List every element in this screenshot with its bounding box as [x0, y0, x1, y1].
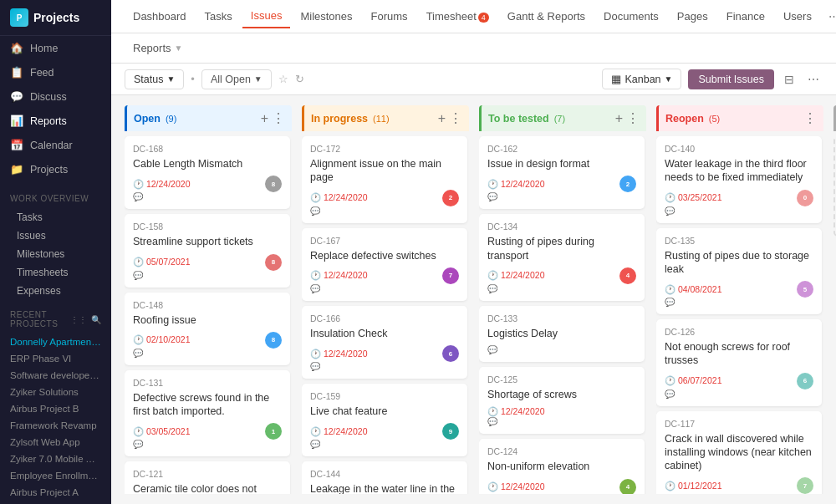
- card-avatar: 8: [265, 176, 282, 192]
- add-card-icon[interactable]: +: [261, 111, 268, 126]
- nav-item-pages[interactable]: Pages: [669, 5, 716, 28]
- card-id: DC-168: [133, 144, 282, 154]
- refresh-icon[interactable]: ↻: [295, 73, 304, 85]
- submit-issues-button[interactable]: Submit Issues: [688, 69, 774, 89]
- work-item-issues[interactable]: Issues: [0, 227, 111, 245]
- more-nav-icon[interactable]: ⋯: [822, 7, 836, 26]
- card-meta: 💬: [310, 440, 459, 449]
- main-content: DashboardTasksIssuesMilestonesForumsTime…: [111, 0, 836, 504]
- kanban-view-button[interactable]: ▦ Kanban ▼: [602, 69, 681, 89]
- recent-project-item[interactable]: Employee Enrollment: [0, 467, 111, 484]
- recent-project-item[interactable]: Software developers re: [0, 367, 111, 384]
- nav-item-forums[interactable]: Forums: [363, 5, 416, 28]
- nav-item-timesheet[interactable]: Timesheet4: [418, 5, 497, 28]
- comment-icon: 💬: [133, 192, 143, 201]
- card-item[interactable]: DC-140 Water leakage in the third floor …: [656, 136, 822, 223]
- sidebar-item-discuss[interactable]: 💬Discuss: [0, 84, 111, 109]
- work-item-milestones[interactable]: Milestones: [0, 245, 111, 263]
- card-title: Cable Length Mismatch: [133, 157, 282, 171]
- card-footer: 🕐 12/24/2020 4: [487, 267, 636, 284]
- comment-icon: 💬: [310, 284, 320, 293]
- recent-project-item[interactable]: Airbus Project A: [0, 484, 111, 501]
- recent-project-item[interactable]: Zyiker Solutions: [0, 384, 111, 400]
- work-item-tasks[interactable]: Tasks: [0, 208, 111, 227]
- sidebar-item-home[interactable]: 🏠Home: [0, 36, 111, 60]
- card-item[interactable]: DC-126 Not enough screws for roof trusse…: [656, 319, 822, 406]
- card-item[interactable]: DC-158 Streamline support tickets 🕐 05/0…: [125, 214, 290, 287]
- card-date: 🕐 12/24/2020: [487, 406, 544, 417]
- sidebar-item-feed[interactable]: 📋Feed: [0, 60, 111, 84]
- card-item[interactable]: DC-167 Replace defective switches 🕐 12/2…: [302, 228, 467, 301]
- card-footer: 🕐 12/24/2020 8: [133, 176, 282, 192]
- all-open-filter-button[interactable]: All Open ▼: [201, 69, 272, 89]
- card-item[interactable]: DC-117 Crack in wall discovered while in…: [656, 411, 822, 495]
- card-item[interactable]: DC-133 Logistics Delay 💬: [479, 306, 645, 362]
- add-card-icon[interactable]: +: [438, 111, 446, 126]
- recent-project-item[interactable]: ERP Phase: [0, 501, 111, 504]
- card-item[interactable]: DC-166 Insulation Check 🕐 12/24/2020 6 💬: [302, 306, 467, 379]
- card-item[interactable]: DC-168 Cable Length Mismatch 🕐 12/24/202…: [125, 136, 290, 209]
- work-item-timesheets[interactable]: Timesheets: [0, 263, 111, 282]
- recent-project-item[interactable]: Zyiker 7.0 Mobile App: [0, 451, 111, 467]
- card-title: Non-uniform elevation: [487, 460, 636, 473]
- card-title: Shortage of screws: [487, 388, 636, 401]
- card-meta: 💬: [665, 389, 813, 399]
- nav-item-gantt---reports[interactable]: Gantt & Reports: [499, 5, 594, 28]
- card-id: DC-125: [487, 374, 636, 384]
- card-item[interactable]: DC-121 Ceramic tile color does not match…: [125, 461, 290, 494]
- nav-item-tasks[interactable]: Tasks: [196, 5, 241, 28]
- card-id: DC-159: [310, 391, 459, 401]
- column-count-open: (9): [166, 114, 176, 124]
- sidebar-item-reports[interactable]: 📊Reports: [0, 109, 111, 133]
- card-item[interactable]: DC-131 Defective screws found in the fir…: [125, 370, 290, 457]
- sidebar-item-projects[interactable]: 📁Projects: [0, 157, 111, 181]
- card-footer: 🕐 12/24/2020 9: [310, 423, 459, 440]
- filter-icon[interactable]: ⊟: [781, 69, 798, 89]
- card-item[interactable]: DC-162 Issue in design format 🕐 12/24/20…: [479, 136, 645, 209]
- card-item[interactable]: DC-148 Roofing issue 🕐 02/10/2021 8 💬: [125, 293, 290, 365]
- card-item[interactable]: DC-144 Leakage in the water line in the …: [302, 461, 467, 494]
- recent-project-item[interactable]: Framework Revamp: [0, 417, 111, 434]
- nav-item-dashboard[interactable]: Dashboard: [125, 5, 195, 28]
- card-item[interactable]: DC-124 Non-uniform elevation 🕐 12/24/202…: [479, 439, 645, 494]
- search-icon[interactable]: 🔍: [91, 315, 102, 324]
- star-icon[interactable]: ☆: [278, 73, 288, 85]
- card-item[interactable]: DC-159 Live chat feature 🕐 12/24/2020 9 …: [302, 384, 467, 456]
- card-footer: 🕐 12/24/2020 2: [310, 190, 459, 206]
- recent-project-item[interactable]: Donnelly Apartments C: [0, 333, 111, 350]
- card-avatar: 2: [442, 190, 459, 206]
- nav-item-documents[interactable]: Documents: [595, 5, 667, 28]
- card-item[interactable]: DC-134 Rusting of pipes during transport…: [479, 214, 645, 301]
- card-date: 🕐 06/07/2021: [665, 375, 721, 386]
- comment-icon: 💬: [487, 192, 497, 201]
- sidebar-label-feed: Feed: [30, 67, 54, 79]
- card-item[interactable]: DC-172 Alignment issue on the main page …: [302, 136, 467, 223]
- recent-project-item[interactable]: Zylsoft Web App: [0, 434, 111, 451]
- card-date: 🕐 12/24/2020: [487, 481, 544, 492]
- column-menu-icon[interactable]: ⋮: [449, 110, 462, 126]
- column-menu-icon[interactable]: ⋮: [626, 110, 640, 126]
- card-item[interactable]: DC-125 Shortage of screws 🕐 12/24/2020 💬: [479, 367, 645, 434]
- nav-item-milestones[interactable]: Milestones: [292, 5, 360, 28]
- sidebar-label-reports: Reports: [30, 115, 67, 127]
- card-title: Leakage in the water line in the fourth …: [310, 482, 459, 494]
- card-avatar: 7: [797, 477, 813, 494]
- tab-reports[interactable]: Reports ▼: [125, 37, 191, 59]
- recent-project-item[interactable]: ERP Phase VI: [0, 350, 111, 367]
- nav-item-finance[interactable]: Finance: [718, 5, 773, 28]
- column-menu-icon[interactable]: ⋮: [272, 110, 285, 126]
- add-card-icon[interactable]: +: [615, 111, 623, 126]
- recent-project-item[interactable]: Airbus Project B: [0, 400, 111, 417]
- work-item-expenses[interactable]: Expenses: [0, 282, 111, 300]
- status-filter-button[interactable]: Status ▼: [125, 69, 184, 89]
- sidebar-item-calendar[interactable]: 📅Calendar: [0, 133, 111, 157]
- card-item[interactable]: DC-135 Rusting of pipes due to storage l…: [656, 228, 822, 315]
- nav-item-users[interactable]: Users: [775, 5, 820, 28]
- column-menu-icon[interactable]: ⋮: [803, 110, 817, 126]
- nav-item-issues[interactable]: Issues: [242, 4, 291, 28]
- list-icon[interactable]: ⋮⋮: [70, 315, 88, 324]
- cards-in_progress: DC-172 Alignment issue on the main page …: [302, 136, 469, 494]
- more-options-icon[interactable]: ⋯: [804, 69, 823, 89]
- card-meta: 💬: [487, 192, 636, 201]
- card-id: DC-167: [310, 236, 459, 246]
